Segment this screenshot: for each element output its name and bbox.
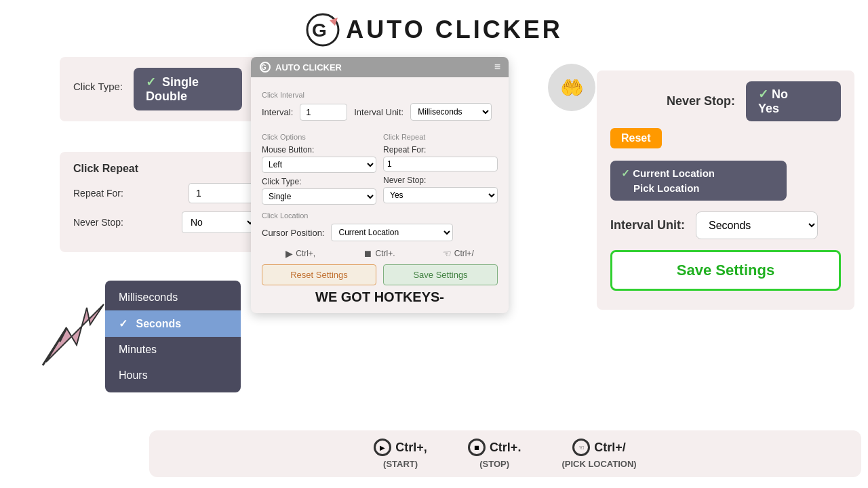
- right-panel: Never Stop: ✓ No Yes Reset Current Locat…: [597, 70, 854, 310]
- svg-marker-3: [46, 304, 104, 362]
- hours-label: Hours: [119, 369, 148, 381]
- click-repeat-title: Click Repeat: [73, 163, 256, 175]
- reset-settings-button[interactable]: Reset Settings: [262, 264, 376, 285]
- start-hotkey-keys: Ctrl+,: [395, 441, 427, 455]
- pick-keys-dialog: Ctrl+/: [454, 249, 474, 258]
- never-stop-yes-option[interactable]: Yes: [758, 102, 829, 116]
- dialog-title: AUTO CLICKER: [275, 62, 342, 73]
- seconds-option[interactable]: ✓ Seconds: [105, 310, 241, 337]
- pick-hotkey-top: ☜ Ctrl+/: [572, 439, 626, 456]
- interval-unit-label-dialog: Interval Unit:: [354, 107, 403, 117]
- save-settings-button-right[interactable]: Save Settings: [610, 250, 841, 291]
- location-right-dropdown[interactable]: Current Location Pick Location: [610, 161, 787, 201]
- pick-hotkey-desc: (PICK LOCATION): [561, 459, 636, 469]
- repeat-for-input-dialog[interactable]: [383, 157, 498, 171]
- click-interval-section-label: Click Interval: [262, 91, 498, 99]
- never-stop-select[interactable]: No Yes: [182, 211, 256, 233]
- never-stop-row: Never Stop: No Yes: [73, 211, 256, 233]
- never-stop-label-dialog: Never Stop:: [383, 176, 498, 185]
- dialog-menu-icon[interactable]: ≡: [494, 61, 500, 73]
- repeat-for-label: Repeat For:: [73, 188, 123, 199]
- stop-hotkey-dialog: ⏹ Ctrl+.: [363, 248, 395, 259]
- start-play-icon: ▶: [374, 439, 391, 456]
- never-stop-select-dialog[interactable]: Yes No: [383, 187, 498, 203]
- dialog-logo-icon: G: [259, 61, 271, 73]
- click-location-section-label: Click Location: [262, 211, 498, 220]
- stop-hotkey-block: ⏹ Ctrl+. (STOP): [468, 439, 521, 469]
- dialog-button-row: Reset Settings Save Settings: [262, 264, 498, 285]
- app-logo: G AUTO CLICKER: [305, 12, 562, 47]
- start-hotkey-dialog: ▶ Ctrl+,: [285, 248, 315, 259]
- svg-text:G: G: [261, 64, 267, 71]
- click-type-dropdown[interactable]: ✓ Single Double: [134, 68, 242, 110]
- pick-hotkey-dialog: ☜ Ctrl+/: [443, 248, 474, 259]
- stop-icon-dialog: ⏹: [363, 248, 372, 259]
- arrow-cursor-decoration: [39, 301, 107, 371]
- two-col-section: Click Options Mouse Button: Left Right M…: [262, 127, 498, 205]
- never-stop-check-icon: ✓: [758, 87, 772, 101]
- pick-cursor-icon: ☜: [572, 439, 590, 456]
- seconds-check-icon: ✓: [119, 318, 127, 329]
- click-type-label: Click Type:: [73, 81, 123, 92]
- location-row: Cursor Position: Current Location Pick L…: [262, 224, 498, 241]
- main-area: Click Type: ✓ Single Double Click Repeat…: [0, 57, 868, 477]
- pick-location-option[interactable]: Pick Location: [621, 181, 776, 195]
- repeat-for-label-dialog: Repeat For:: [383, 145, 498, 155]
- stop-keys-dialog: Ctrl+.: [375, 249, 395, 258]
- svg-text:G: G: [312, 20, 327, 41]
- click-repeat-panel: Click Repeat Repeat For: 1 Never Stop: N…: [60, 152, 270, 252]
- bottom-hotkeys-bar: ▶ Ctrl+, (START) ⏹ Ctrl+. (STOP) ☜ Ctrl+…: [149, 430, 861, 477]
- dialog-logo: G AUTO CLICKER: [259, 61, 342, 73]
- we-got-hotkeys-text: WE GOT HOTKEYS-: [262, 289, 498, 305]
- dialog-body: Click Interval Interval: Interval Unit: …: [251, 77, 509, 313]
- click-type-label-dialog: Click Type:: [262, 177, 376, 186]
- milliseconds-option[interactable]: Milliseconds: [105, 285, 241, 310]
- click-type-select-dialog[interactable]: Single Double: [262, 188, 376, 205]
- never-stop-no-option[interactable]: ✓ No: [758, 87, 829, 102]
- repeat-for-row: Repeat For: 1: [73, 183, 256, 203]
- interval-input[interactable]: [300, 104, 347, 121]
- click-type-panel: Click Type: ✓ Single Double: [60, 57, 270, 121]
- dialog-titlebar: G AUTO CLICKER ≡: [251, 57, 509, 77]
- hours-option[interactable]: Hours: [105, 363, 241, 388]
- mouse-button-select[interactable]: Left Right Middle: [262, 157, 376, 173]
- hotkeys-row-dialog: ▶ Ctrl+, ⏹ Ctrl+. ☜ Ctrl+/: [262, 248, 498, 259]
- app-title: AUTO CLICKER: [346, 16, 562, 44]
- save-settings-button-dialog[interactable]: Save Settings: [383, 264, 498, 285]
- stop-hotkey-keys: Ctrl+.: [490, 441, 521, 455]
- start-hotkey-block: ▶ Ctrl+, (START): [374, 439, 427, 469]
- never-stop-right-dropdown[interactable]: ✓ No Yes: [746, 81, 841, 121]
- click-repeat-col: Click Repeat Repeat For: Never Stop: Yes…: [383, 127, 498, 205]
- current-location-option[interactable]: Current Location: [621, 166, 776, 181]
- interval-label: Interval:: [262, 107, 293, 117]
- stop-hotkey-desc: (STOP): [479, 459, 509, 469]
- repeat-for-input[interactable]: 1: [189, 183, 256, 203]
- pick-hotkey-block: ☜ Ctrl+/ (PICK LOCATION): [561, 439, 636, 469]
- pick-hotkey-keys: Ctrl+/: [594, 441, 626, 455]
- reset-button-right[interactable]: Reset: [610, 128, 662, 148]
- interval-unit-section: Interval Unit: Milliseconds Seconds Minu…: [610, 211, 841, 239]
- never-stop-section: Never Stop: ✓ No Yes: [610, 81, 841, 121]
- header: G AUTO CLICKER: [0, 0, 868, 57]
- interval-unit-dropdown-menu[interactable]: Milliseconds ✓ Seconds Minutes Hours: [105, 281, 241, 392]
- click-repeat-label: Click Repeat: [383, 133, 498, 141]
- interval-unit-right-label: Interval Unit:: [610, 218, 685, 232]
- click-type-double[interactable]: Double: [146, 89, 230, 104]
- click-type-single[interactable]: ✓ Single: [146, 75, 230, 89]
- start-keys-dialog: Ctrl+,: [296, 249, 315, 258]
- minutes-option[interactable]: Minutes: [105, 337, 241, 363]
- stop-hotkey-top: ⏹ Ctrl+.: [468, 439, 521, 456]
- pick-icon-dialog: ☜: [443, 248, 452, 259]
- interval-unit-right-select[interactable]: Milliseconds Seconds Minutes Hours: [696, 211, 818, 239]
- click-options-col: Click Options Mouse Button: Left Right M…: [262, 127, 376, 205]
- cursor-position-select[interactable]: Current Location Pick Location: [331, 224, 453, 241]
- cursor-position-label: Cursor Position:: [262, 228, 324, 238]
- check-icon: ✓: [146, 75, 156, 89]
- milliseconds-label: Milliseconds: [119, 291, 178, 303]
- start-hotkey-top: ▶ Ctrl+,: [374, 439, 427, 456]
- interval-row: Interval: Interval Unit: Milliseconds Se…: [262, 103, 498, 121]
- seconds-label: Seconds: [136, 318, 181, 329]
- interval-unit-select-dialog[interactable]: Milliseconds Seconds Minutes Hours: [410, 103, 492, 121]
- stop-stop-icon: ⏹: [468, 439, 486, 456]
- reset-section: Reset: [610, 128, 841, 154]
